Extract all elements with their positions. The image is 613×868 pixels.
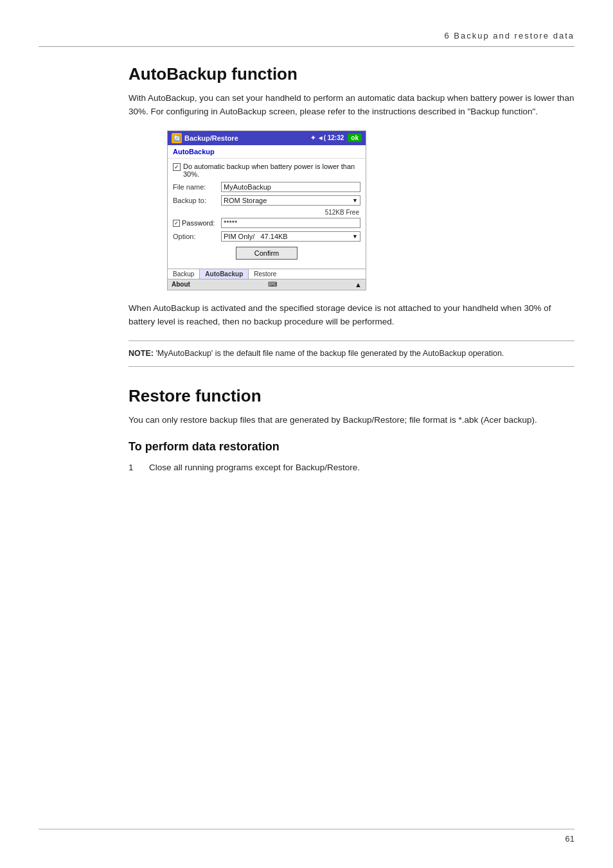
titlebar-right: ✦ ◄( 12:32 ok: [310, 134, 362, 142]
backup-to-value: ROM Storage: [224, 197, 267, 204]
titlebar-app-name: Backup/Restore: [184, 134, 238, 142]
page-number: 61: [565, 834, 574, 844]
keyboard-icon: ⌨: [268, 281, 277, 288]
password-value: *****: [224, 219, 237, 227]
tab-backup[interactable]: Backup: [168, 269, 200, 279]
signal-icons: ✦ ◄( 12:32: [310, 134, 344, 141]
option-dropdown-arrow: ▼: [352, 233, 358, 240]
password-row: ✓ Password: *****: [173, 218, 360, 228]
device-content: ✓ Do automatic backup when battery power…: [168, 159, 366, 269]
autobackup-tab-label: AutoBackup: [168, 145, 366, 159]
chapter-header: 6 Backup and restore data: [445, 31, 575, 40]
file-name-value: MyAutoBackup: [224, 183, 271, 191]
chapter-title: 6 Backup and restore data: [445, 31, 575, 40]
checkbox-label: Do automatic backup when battery power i…: [183, 163, 360, 178]
note-label: NOTE:: [129, 349, 154, 358]
auto-backup-checkbox[interactable]: ✓: [173, 163, 181, 171]
app-icon: 🔄: [172, 133, 182, 143]
device-bottombar: About ⌨ ▲: [168, 279, 366, 290]
after-screenshot-text: When AutoBackup is activated and the spe…: [129, 302, 574, 329]
header-rule: [39, 46, 574, 47]
tab-autobackup[interactable]: AutoBackup: [200, 269, 249, 279]
device-titlebar: 🔄 Backup/Restore ✦ ◄( 12:32 ok: [168, 131, 366, 145]
dropdown-arrow: ▼: [352, 197, 358, 204]
password-checkbox[interactable]: ✓: [173, 220, 180, 227]
footer-rule: [39, 829, 574, 829]
expand-icon: ▲: [355, 281, 362, 288]
note-box: NOTE: 'MyAutoBackup' is the default file…: [129, 341, 574, 367]
tab-restore[interactable]: Restore: [249, 269, 281, 279]
autobackup-title: AutoBackup function: [129, 64, 574, 84]
titlebar-left: 🔄 Backup/Restore: [172, 133, 238, 143]
step-text: Close all running programs except for Ba…: [149, 461, 360, 475]
file-name-input[interactable]: MyAutoBackup: [221, 182, 360, 192]
password-input[interactable]: *****: [221, 218, 360, 228]
backup-to-label: Backup to:: [173, 197, 221, 204]
about-label[interactable]: About: [172, 281, 190, 288]
restore-title: Restore function: [129, 386, 574, 406]
option-value: PIM Only/ 47.14KB: [224, 233, 288, 240]
autobackup-description: With AutoBackup, you can set your handhe…: [129, 92, 574, 119]
step-number: 1: [129, 461, 139, 475]
device-tabs: Backup AutoBackup Restore: [168, 269, 366, 279]
option-row: Option: PIM Only/ 47.14KB ▼: [173, 231, 360, 242]
note-text: 'MyAutoBackup' is the default file name …: [155, 349, 504, 358]
file-name-row: File name: MyAutoBackup: [173, 182, 360, 192]
data-restoration-heading: To perform data restoration: [129, 440, 574, 454]
main-content: AutoBackup function With AutoBackup, you…: [129, 64, 574, 480]
backup-to-row: Backup to: ROM Storage ▼: [173, 195, 360, 206]
password-label: Password:: [182, 219, 215, 227]
option-label: Option:: [173, 233, 221, 240]
confirm-button[interactable]: Confirm: [236, 247, 298, 260]
backup-to-select[interactable]: ROM Storage ▼: [221, 195, 360, 206]
step-1: 1 Close all running programs except for …: [129, 461, 574, 475]
restore-description: You can only restore backup files that a…: [129, 414, 574, 427]
file-name-label: File name:: [173, 183, 221, 191]
ok-badge: ok: [348, 134, 362, 142]
confirm-row: Confirm: [173, 247, 360, 260]
free-label: 512KB Free: [173, 209, 360, 216]
option-select[interactable]: PIM Only/ 47.14KB ▼: [221, 231, 360, 242]
checkbox-row: ✓ Do automatic backup when battery power…: [173, 163, 360, 178]
device-screenshot: 🔄 Backup/Restore ✦ ◄( 12:32 ok AutoBacku…: [167, 130, 366, 290]
